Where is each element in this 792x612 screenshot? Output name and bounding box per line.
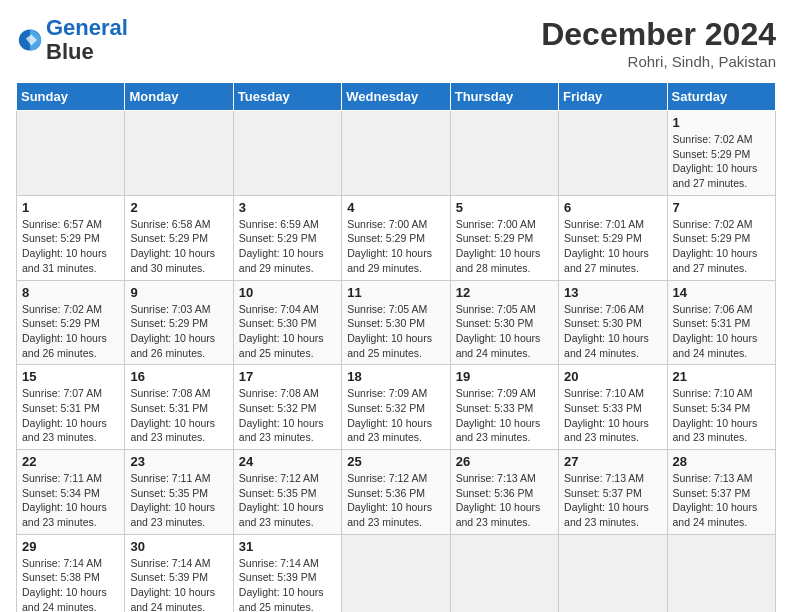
calendar-day-cell: 27Sunrise: 7:13 AMSunset: 5:37 PMDayligh… [559, 450, 667, 535]
day-number: 5 [456, 200, 553, 215]
day-number: 11 [347, 285, 444, 300]
calendar-day-cell: 13Sunrise: 7:06 AMSunset: 5:30 PMDayligh… [559, 280, 667, 365]
day-info: Sunrise: 7:01 AMSunset: 5:29 PMDaylight:… [564, 217, 661, 276]
calendar-day-cell: 11Sunrise: 7:05 AMSunset: 5:30 PMDayligh… [342, 280, 450, 365]
day-number: 23 [130, 454, 227, 469]
calendar-week-row: 29Sunrise: 7:14 AMSunset: 5:38 PMDayligh… [17, 534, 776, 612]
calendar-day-cell: 17Sunrise: 7:08 AMSunset: 5:32 PMDayligh… [233, 365, 341, 450]
calendar-week-row: 1Sunrise: 7:02 AMSunset: 5:29 PMDaylight… [17, 111, 776, 196]
day-of-week-header: Saturday [667, 83, 775, 111]
day-number: 1 [22, 200, 119, 215]
day-info: Sunrise: 7:13 AMSunset: 5:36 PMDaylight:… [456, 471, 553, 530]
calendar-day-cell [233, 111, 341, 196]
day-info: Sunrise: 7:02 AMSunset: 5:29 PMDaylight:… [673, 217, 770, 276]
day-number: 10 [239, 285, 336, 300]
calendar-day-cell: 3Sunrise: 6:59 AMSunset: 5:29 PMDaylight… [233, 195, 341, 280]
day-number: 15 [22, 369, 119, 384]
day-number: 25 [347, 454, 444, 469]
calendar-day-cell [559, 111, 667, 196]
day-info: Sunrise: 7:04 AMSunset: 5:30 PMDaylight:… [239, 302, 336, 361]
calendar-day-cell: 28Sunrise: 7:13 AMSunset: 5:37 PMDayligh… [667, 450, 775, 535]
calendar-day-cell [667, 534, 775, 612]
day-number: 26 [456, 454, 553, 469]
day-info: Sunrise: 7:14 AMSunset: 5:39 PMDaylight:… [239, 556, 336, 612]
calendar-day-cell [450, 111, 558, 196]
day-info: Sunrise: 7:12 AMSunset: 5:35 PMDaylight:… [239, 471, 336, 530]
day-info: Sunrise: 7:06 AMSunset: 5:30 PMDaylight:… [564, 302, 661, 361]
calendar-day-cell: 8Sunrise: 7:02 AMSunset: 5:29 PMDaylight… [17, 280, 125, 365]
logo-icon [16, 26, 44, 54]
calendar-day-cell: 9Sunrise: 7:03 AMSunset: 5:29 PMDaylight… [125, 280, 233, 365]
day-info: Sunrise: 7:09 AMSunset: 5:33 PMDaylight:… [456, 386, 553, 445]
day-info: Sunrise: 7:08 AMSunset: 5:31 PMDaylight:… [130, 386, 227, 445]
day-info: Sunrise: 7:07 AMSunset: 5:31 PMDaylight:… [22, 386, 119, 445]
calendar-day-cell: 21Sunrise: 7:10 AMSunset: 5:34 PMDayligh… [667, 365, 775, 450]
day-info: Sunrise: 7:14 AMSunset: 5:39 PMDaylight:… [130, 556, 227, 612]
day-info: Sunrise: 6:58 AMSunset: 5:29 PMDaylight:… [130, 217, 227, 276]
calendar-day-cell: 22Sunrise: 7:11 AMSunset: 5:34 PMDayligh… [17, 450, 125, 535]
calendar-day-cell [17, 111, 125, 196]
calendar-day-cell: 2Sunrise: 6:58 AMSunset: 5:29 PMDaylight… [125, 195, 233, 280]
day-info: Sunrise: 6:57 AMSunset: 5:29 PMDaylight:… [22, 217, 119, 276]
day-number: 3 [239, 200, 336, 215]
day-of-week-header: Friday [559, 83, 667, 111]
day-info: Sunrise: 7:06 AMSunset: 5:31 PMDaylight:… [673, 302, 770, 361]
title-block: December 2024 Rohri, Sindh, Pakistan [541, 16, 776, 70]
day-of-week-header: Sunday [17, 83, 125, 111]
day-info: Sunrise: 7:09 AMSunset: 5:32 PMDaylight:… [347, 386, 444, 445]
day-info: Sunrise: 7:02 AMSunset: 5:29 PMDaylight:… [22, 302, 119, 361]
calendar-day-cell: 15Sunrise: 7:07 AMSunset: 5:31 PMDayligh… [17, 365, 125, 450]
logo: GeneralBlue [16, 16, 128, 64]
calendar-day-cell: 16Sunrise: 7:08 AMSunset: 5:31 PMDayligh… [125, 365, 233, 450]
day-number: 17 [239, 369, 336, 384]
day-number: 18 [347, 369, 444, 384]
calendar-day-cell: 25Sunrise: 7:12 AMSunset: 5:36 PMDayligh… [342, 450, 450, 535]
calendar-day-cell: 1Sunrise: 7:02 AMSunset: 5:29 PMDaylight… [667, 111, 775, 196]
calendar-week-row: 8Sunrise: 7:02 AMSunset: 5:29 PMDaylight… [17, 280, 776, 365]
day-number: 8 [22, 285, 119, 300]
day-of-week-header: Thursday [450, 83, 558, 111]
day-info: Sunrise: 7:00 AMSunset: 5:29 PMDaylight:… [456, 217, 553, 276]
day-number: 2 [130, 200, 227, 215]
day-number: 14 [673, 285, 770, 300]
calendar-day-cell: 5Sunrise: 7:00 AMSunset: 5:29 PMDaylight… [450, 195, 558, 280]
calendar-header-row: SundayMondayTuesdayWednesdayThursdayFrid… [17, 83, 776, 111]
calendar-day-cell: 30Sunrise: 7:14 AMSunset: 5:39 PMDayligh… [125, 534, 233, 612]
calendar-day-cell: 4Sunrise: 7:00 AMSunset: 5:29 PMDaylight… [342, 195, 450, 280]
day-number: 1 [673, 115, 770, 130]
day-info: Sunrise: 7:10 AMSunset: 5:34 PMDaylight:… [673, 386, 770, 445]
page-header: GeneralBlue December 2024 Rohri, Sindh, … [16, 16, 776, 70]
day-number: 27 [564, 454, 661, 469]
day-number: 16 [130, 369, 227, 384]
day-number: 21 [673, 369, 770, 384]
calendar-week-row: 1Sunrise: 6:57 AMSunset: 5:29 PMDaylight… [17, 195, 776, 280]
day-info: Sunrise: 7:13 AMSunset: 5:37 PMDaylight:… [673, 471, 770, 530]
day-number: 6 [564, 200, 661, 215]
day-info: Sunrise: 7:08 AMSunset: 5:32 PMDaylight:… [239, 386, 336, 445]
calendar-week-row: 15Sunrise: 7:07 AMSunset: 5:31 PMDayligh… [17, 365, 776, 450]
calendar-day-cell: 29Sunrise: 7:14 AMSunset: 5:38 PMDayligh… [17, 534, 125, 612]
day-number: 30 [130, 539, 227, 554]
calendar-week-row: 22Sunrise: 7:11 AMSunset: 5:34 PMDayligh… [17, 450, 776, 535]
calendar-table: SundayMondayTuesdayWednesdayThursdayFrid… [16, 82, 776, 612]
day-info: Sunrise: 7:02 AMSunset: 5:29 PMDaylight:… [673, 132, 770, 191]
calendar-day-cell: 19Sunrise: 7:09 AMSunset: 5:33 PMDayligh… [450, 365, 558, 450]
calendar-day-cell: 14Sunrise: 7:06 AMSunset: 5:31 PMDayligh… [667, 280, 775, 365]
day-info: Sunrise: 7:12 AMSunset: 5:36 PMDaylight:… [347, 471, 444, 530]
day-number: 22 [22, 454, 119, 469]
day-info: Sunrise: 7:10 AMSunset: 5:33 PMDaylight:… [564, 386, 661, 445]
calendar-day-cell: 10Sunrise: 7:04 AMSunset: 5:30 PMDayligh… [233, 280, 341, 365]
calendar-day-cell: 7Sunrise: 7:02 AMSunset: 5:29 PMDaylight… [667, 195, 775, 280]
day-info: Sunrise: 6:59 AMSunset: 5:29 PMDaylight:… [239, 217, 336, 276]
calendar-day-cell [342, 534, 450, 612]
calendar-day-cell: 23Sunrise: 7:11 AMSunset: 5:35 PMDayligh… [125, 450, 233, 535]
day-info: Sunrise: 7:14 AMSunset: 5:38 PMDaylight:… [22, 556, 119, 612]
calendar-day-cell: 12Sunrise: 7:05 AMSunset: 5:30 PMDayligh… [450, 280, 558, 365]
day-info: Sunrise: 7:05 AMSunset: 5:30 PMDaylight:… [347, 302, 444, 361]
calendar-day-cell [450, 534, 558, 612]
day-number: 31 [239, 539, 336, 554]
calendar-day-cell: 1Sunrise: 6:57 AMSunset: 5:29 PMDaylight… [17, 195, 125, 280]
day-info: Sunrise: 7:05 AMSunset: 5:30 PMDaylight:… [456, 302, 553, 361]
day-number: 29 [22, 539, 119, 554]
calendar-day-cell [559, 534, 667, 612]
